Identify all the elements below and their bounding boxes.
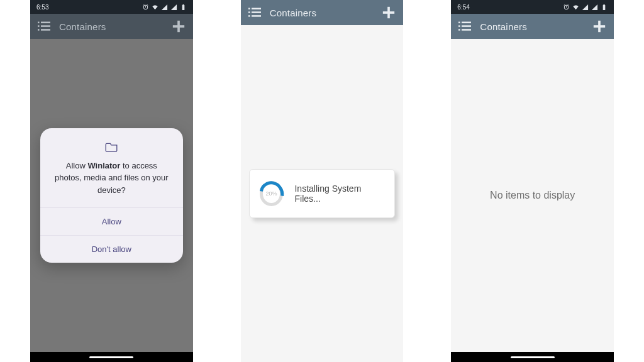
permission-prompt: Allow Winlator to access photos, media a… <box>40 128 184 208</box>
plus-icon[interactable] <box>172 19 186 33</box>
svg-rect-8 <box>248 8 250 10</box>
svg-rect-9 <box>252 8 261 10</box>
page-title: Containers <box>270 8 374 18</box>
svg-rect-11 <box>252 11 261 13</box>
page-title: Containers <box>59 21 163 32</box>
svg-rect-7 <box>173 25 184 28</box>
svg-rect-16 <box>458 22 460 24</box>
svg-rect-0 <box>38 22 40 24</box>
status-bar: 6:54 <box>451 0 614 14</box>
status-time: 6:54 <box>457 4 469 11</box>
signal-icon <box>161 4 168 11</box>
signal-icon <box>582 4 589 11</box>
status-icons <box>142 4 187 11</box>
app-name: Winlator <box>87 161 120 170</box>
svg-rect-17 <box>462 22 471 24</box>
progress-spinner: 20% <box>260 181 284 206</box>
status-time: 6:53 <box>36 4 48 11</box>
allow-button[interactable]: Allow <box>40 207 184 235</box>
wifi-icon <box>152 4 158 11</box>
svg-rect-18 <box>458 25 460 27</box>
nav-pill[interactable] <box>89 356 133 358</box>
svg-rect-15 <box>383 11 394 14</box>
svg-rect-2 <box>38 25 40 27</box>
nav-pill[interactable] <box>511 356 555 358</box>
progress-label: Installing System Files... <box>294 184 384 204</box>
main-area: Allow Winlator to access photos, media a… <box>30 39 193 352</box>
svg-rect-13 <box>252 15 261 17</box>
svg-rect-21 <box>462 29 471 31</box>
svg-rect-12 <box>248 15 250 17</box>
svg-rect-5 <box>41 29 50 31</box>
main-area: No items to display <box>451 39 614 352</box>
status-icons <box>563 4 608 11</box>
folder-icon <box>105 142 118 152</box>
alarm-icon <box>142 4 149 11</box>
battery-icon <box>601 4 608 11</box>
phone-screen-empty: 6:54 Containers No items to display <box>451 0 614 362</box>
svg-rect-1 <box>41 22 50 24</box>
svg-rect-10 <box>248 11 250 13</box>
signal-icon-2 <box>591 4 598 11</box>
permission-dialog: Allow Winlator to access photos, media a… <box>40 128 184 263</box>
app-bar: Containers <box>451 14 614 39</box>
battery-icon <box>180 4 187 11</box>
empty-state-text: No items to display <box>490 190 575 201</box>
svg-rect-3 <box>41 25 50 27</box>
phone-screen-installing: Containers 20% Installing System Files..… <box>241 0 404 362</box>
plus-icon[interactable] <box>382 6 396 19</box>
main-area: 20% Installing System Files... <box>241 25 404 362</box>
nav-bar <box>30 352 193 362</box>
list-icon[interactable] <box>248 8 261 18</box>
phone-screen-permission: 6:53 Containers Allow Winlator to access… <box>30 0 193 362</box>
svg-rect-19 <box>462 25 471 27</box>
deny-button[interactable]: Don't allow <box>40 235 184 263</box>
svg-rect-4 <box>38 29 40 31</box>
progress-card: 20% Installing System Files... <box>249 169 396 218</box>
page-title: Containers <box>480 21 584 32</box>
app-bar: Containers <box>30 14 193 39</box>
signal-icon-2 <box>170 4 177 11</box>
nav-bar <box>451 352 614 362</box>
list-icon[interactable] <box>458 21 471 31</box>
svg-rect-23 <box>594 25 605 28</box>
plus-icon[interactable] <box>592 19 606 33</box>
wifi-icon <box>572 4 579 11</box>
permission-actions: Allow Don't allow <box>40 207 184 263</box>
prompt-prefix: Allow <box>66 161 88 170</box>
alarm-icon <box>563 4 570 11</box>
list-icon[interactable] <box>38 21 50 31</box>
svg-rect-20 <box>458 29 460 31</box>
app-bar: Containers <box>241 0 404 25</box>
status-bar: 6:53 <box>30 0 193 14</box>
